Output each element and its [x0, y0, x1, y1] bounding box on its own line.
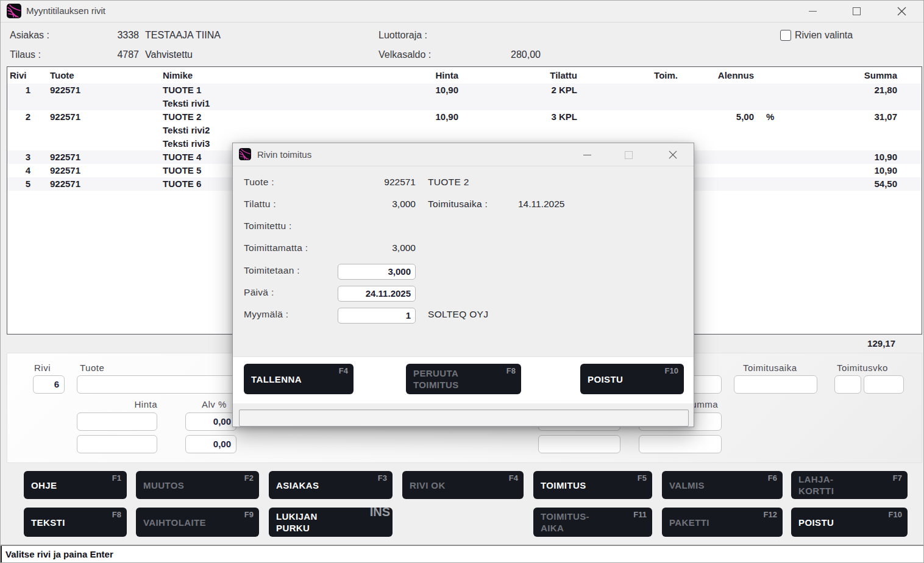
form-toimitusvko-input-1[interactable]: [834, 375, 861, 394]
fn-button-lahja-kortti[interactable]: LAHJA- KORTTIF7: [791, 471, 908, 499]
dialog-toimitetaan-input[interactable]: 3,000: [338, 264, 416, 280]
dialog-toimitusaika-label: Toimitusaika :: [428, 199, 488, 210]
tilaus-label: Tilaus :: [10, 49, 41, 60]
dialog-app-logo-icon: [239, 148, 251, 163]
dialog-toimitettu-label: Toimitettu :: [244, 221, 292, 232]
column-header-rivi: Rivi: [10, 67, 46, 83]
dialog-button-peruuta-toimitus[interactable]: PERUUTA TOIMITUSF8: [406, 364, 521, 394]
form-toimitusaika-label: Toimitusaika: [743, 363, 797, 373]
table-subrow: Teksti rivi2: [7, 124, 922, 137]
form-toimitusvko-input-2[interactable]: [864, 375, 904, 394]
column-header-hinta: Hinta: [361, 67, 458, 83]
dialog-toimittamatta-value: 3,000: [306, 243, 416, 253]
rivin-toimitus-dialog: Rivin toimitus Tuote :922571TUOTE 2Tilat…: [232, 143, 694, 427]
title-bar: Myyntitilauksen rivit: [1, 1, 923, 23]
tilaus-status: Vahvistettu: [145, 49, 193, 60]
form-covered-field-4-input[interactable]: [639, 435, 722, 453]
column-header-toim: Toim.: [617, 67, 678, 83]
dialog-button-poistu[interactable]: POISTUF10: [580, 364, 684, 394]
fn-button-lukijan-purku[interactable]: LUKIJAN PURKUINS: [269, 508, 393, 537]
dialog-toimitetaan-label: Toimitetaan :: [244, 265, 300, 276]
fn-button-poistu[interactable]: POISTUF10: [791, 508, 908, 537]
form-alv-label: Alv %: [202, 399, 227, 409]
form-toimitusaika-input[interactable]: [734, 375, 817, 394]
fn-button-asiakas[interactable]: ASIAKASF3: [269, 471, 393, 499]
fn-button-rivi-ok[interactable]: RIVI OKF4: [402, 471, 524, 499]
tilaus-code: 4787: [86, 49, 139, 60]
form-rivi-input[interactable]: 6: [33, 375, 65, 394]
dialog-status-field[interactable]: [239, 409, 689, 427]
minimize-button[interactable]: [805, 4, 820, 18]
velkasaldo-value: 280,00: [476, 49, 541, 60]
rivien-valinta-label: Rivien valinta: [795, 30, 853, 41]
status-bar: Valitse rivi ja paina Enter: [1, 546, 923, 563]
dialog-tuote-value: 922571: [306, 177, 416, 188]
close-button[interactable]: [894, 4, 909, 18]
fn-button-ohje[interactable]: OHJEF1: [24, 471, 127, 499]
window-title: Myyntitilauksen rivit: [26, 5, 105, 16]
app-logo-icon: [7, 4, 21, 21]
maximize-button[interactable]: [849, 4, 864, 18]
order-total: 129,17: [867, 338, 895, 349]
table-header: Rivi Tuote Nimike Hinta Tilattu Toim. Al…: [7, 67, 922, 83]
fn-button-muutos[interactable]: MUUTOSF2: [136, 471, 259, 499]
dialog-toimittamatta-label: Toimittamatta :: [244, 243, 308, 253]
dialog-myym-l-label: Myymälä :: [244, 309, 288, 320]
form-hinta-label: Hinta: [123, 399, 157, 409]
dialog-button-tallenna[interactable]: TALLENNAF4: [244, 364, 354, 394]
dialog-tilattu-value: 3,000: [306, 199, 416, 210]
form-alv-input[interactable]: 0,00: [185, 413, 236, 431]
form-rivi-label: Rivi: [34, 363, 51, 373]
dialog-minimize-button[interactable]: [580, 148, 594, 161]
dialog-myym-l-extra: SOLTEQ OYJ: [428, 309, 488, 320]
fn-button-vaihtolaite[interactable]: VAIHTOLAITEF9: [136, 508, 259, 537]
fn-button-toimitus-aika[interactable]: TOIMITUS- AIKAF11: [533, 508, 652, 537]
form-hinta2-input[interactable]: [77, 435, 157, 453]
dialog-title-bar: Rivin toimitus: [233, 143, 694, 166]
dialog-toimitusaika-value: 14.11.2025: [518, 199, 564, 210]
table-row[interactable]: 1922571TUOTE 110,902 KPL21,80Teksti rivi…: [7, 83, 922, 110]
luottoraja-label: Luottoraja :: [378, 30, 427, 41]
velkasaldo-label: Velkasaldo :: [378, 49, 431, 60]
form-alv2-input[interactable]: 0,00: [185, 435, 236, 453]
fn-button-teksti[interactable]: TEKSTIF8: [24, 508, 127, 537]
rivien-valinta-checkbox[interactable]: [780, 30, 791, 41]
form-toimitusvko-label: Toimitusvko: [837, 363, 888, 373]
form-covered-field-3-input[interactable]: [538, 435, 620, 453]
status-text: Valitse rivi ja paina Enter: [5, 549, 113, 559]
dialog-tilattu-label: Tilattu :: [244, 199, 276, 210]
asiakas-code: 3338: [86, 30, 139, 41]
dialog-close-button[interactable]: [666, 148, 680, 161]
dialog-tuote-label: Tuote :: [244, 177, 274, 188]
column-header-alennus: Alennus: [687, 67, 754, 83]
column-header-tuote: Tuote: [50, 67, 129, 83]
fn-button-paketti[interactable]: PAKETTIF12: [662, 508, 783, 537]
asiakas-label: Asiakas :: [10, 30, 49, 41]
fn-button-toimitus[interactable]: TOIMITUSF5: [533, 471, 652, 499]
app-window: Myyntitilauksen rivit Asiakas : 3338 TES…: [0, 0, 924, 563]
dialog-maximize-button[interactable]: [621, 148, 636, 161]
dialog-myym-l-input[interactable]: 1: [338, 308, 416, 324]
dialog-tuote-extra: TUOTE 2: [428, 177, 469, 188]
form-tuote-label: Tuote: [80, 363, 104, 373]
asiakas-name: TESTAAJA TIINA: [145, 30, 221, 41]
column-header-summa: Summa: [812, 67, 897, 83]
dialog-title: Rivin toimitus: [257, 149, 311, 160]
column-header-tilattu: Tilattu: [489, 67, 577, 83]
dialog-p-iv-input[interactable]: 24.11.2025: [338, 286, 416, 302]
fn-button-valmis[interactable]: VALMISF6: [662, 471, 783, 499]
form-hinta-input[interactable]: [77, 413, 157, 431]
dialog-p-iv-label: Päivä :: [244, 287, 274, 298]
table-subrow: Teksti rivi1: [7, 97, 922, 110]
